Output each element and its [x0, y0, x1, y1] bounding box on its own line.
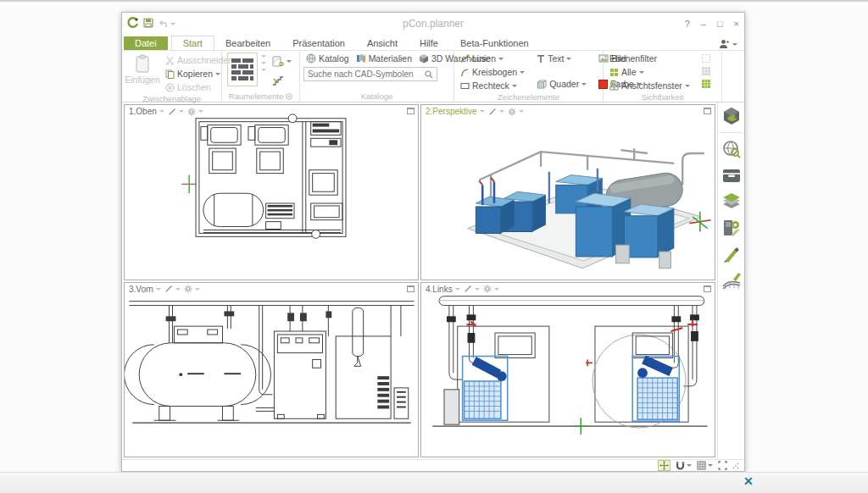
viewport-front-rendermode-menu[interactable]	[164, 285, 181, 293]
catalog-button[interactable]: Katalog	[303, 53, 352, 64]
maximize-button[interactable]: □	[717, 19, 723, 29]
save-button[interactable]	[143, 16, 153, 31]
minimize-button[interactable]: –	[701, 19, 706, 29]
rectangle-button[interactable]: Rechteck	[458, 80, 527, 91]
user-account-button[interactable]	[719, 39, 737, 49]
tab-start[interactable]: Start	[171, 36, 214, 50]
help-button[interactable]: ?	[685, 19, 690, 29]
close-button[interactable]: ×	[734, 19, 739, 29]
group-label-raumelemente: Raumelemente	[225, 91, 296, 102]
delete-label: Löschen	[177, 82, 211, 92]
fullscreen-button[interactable]	[718, 461, 727, 470]
viewport-top-rendermode-menu[interactable]	[168, 108, 184, 116]
resize-grip[interactable]	[732, 463, 739, 469]
tab-ansicht[interactable]: Ansicht	[356, 36, 409, 50]
wall-tool-button[interactable]	[227, 53, 258, 86]
tab-bearbeiten[interactable]: Bearbeiten	[214, 36, 281, 50]
viewport-left-maximize-button[interactable]	[704, 285, 711, 292]
tab-praesentation[interactable]: Präsentation	[281, 36, 356, 50]
stairs-tool-button[interactable]	[270, 75, 294, 86]
bottom-overlay-bar	[0, 472, 868, 493]
group-label-zwischenablage: Zwischenablage	[125, 93, 218, 104]
wall-bricks-icon	[230, 55, 255, 84]
viewport-top-settings-menu[interactable]	[187, 108, 203, 116]
undo-button[interactable]	[159, 19, 175, 28]
viewport-left-settings-menu[interactable]	[483, 285, 499, 293]
overlay-close-button[interactable]: ✕	[743, 474, 754, 488]
pcon-planner-window: pCon.planner ? – □ × Datei Start Bearbei…	[121, 12, 745, 472]
show-all-button[interactable]: Alle	[607, 66, 693, 78]
left-view-drawing	[421, 283, 715, 457]
all-layers-icon	[609, 68, 619, 77]
viewport-left-view-menu[interactable]: 4.Links	[426, 285, 460, 294]
ribbon-tabs: Datei Start Bearbeiten Präsentation Ansi…	[122, 35, 744, 50]
wall-dropdown-3-icon[interactable]	[261, 69, 266, 71]
show-all-dropdown-icon	[639, 71, 644, 74]
catalog-search-button[interactable]	[721, 139, 743, 159]
line-icon	[460, 54, 470, 63]
grid-dimmed-icon[interactable]	[701, 66, 711, 76]
door-dropdown-icon	[287, 60, 292, 63]
model-edit-tools-button[interactable]	[721, 106, 743, 126]
viewport-front-settings-menu[interactable]	[184, 285, 200, 293]
hide-selection-icon[interactable]	[701, 53, 711, 64]
viewport-perspective-view-menu[interactable]: 2.Perspektive	[426, 107, 485, 116]
pen-tool-button[interactable]	[721, 244, 743, 264]
materials-button[interactable]: Materialien	[353, 53, 415, 64]
lines-button[interactable]: Linien	[458, 53, 527, 64]
perspective-drawing	[421, 105, 715, 280]
layer-filter-button[interactable]: Ebenenfilter	[607, 53, 693, 64]
tab-hilfe[interactable]: Hilfe	[409, 36, 449, 50]
tab-datei[interactable]: Datei	[124, 36, 168, 50]
viewport-top-label: 1.Oben	[129, 107, 157, 116]
viewport-top[interactable]: 1.Oben	[124, 104, 419, 280]
viewport-front[interactable]: 3.Vorn	[124, 282, 419, 458]
pen-icon	[168, 108, 176, 116]
cad-symbol-searchbox[interactable]	[303, 67, 437, 81]
group-sichtbarkeit: Ebenenfilter Alle Ansichtsfenster	[604, 51, 722, 102]
cad-symbol-search-input[interactable]	[308, 69, 425, 79]
group-raumelemente: Raumelemente	[222, 51, 300, 102]
viewport-left[interactable]: 4.Links	[420, 282, 715, 458]
pan-mode-button[interactable]	[658, 460, 670, 471]
viewport-left-label: 4.Links	[426, 285, 453, 294]
undo-dropdown-icon[interactable]	[170, 23, 175, 25]
viewport-perspective-rendermode-menu[interactable]	[488, 108, 504, 116]
wall-dropdown-1-icon[interactable]	[261, 55, 266, 58]
gear-icon	[508, 108, 516, 116]
viewport-left-rendermode-menu[interactable]	[464, 285, 480, 293]
rectangle-dropdown-icon	[512, 85, 517, 87]
catalog-label: Katalog	[319, 53, 349, 64]
viewport-perspective-settings-menu[interactable]	[508, 108, 524, 116]
arc-button[interactable]: Kreisbogen	[458, 66, 527, 78]
paste-button[interactable]: Einfügen	[125, 53, 159, 86]
arc-icon	[460, 68, 470, 76]
layers-button[interactable]	[721, 191, 743, 212]
terrain-edit-button[interactable]	[721, 270, 743, 291]
viewport-grid: 1.Oben	[122, 102, 717, 459]
box-button[interactable]: Quader	[534, 78, 589, 90]
tab-beta-funktionen[interactable]: Beta-Funktionen	[449, 36, 540, 50]
material-editor-button[interactable]	[721, 218, 743, 238]
text-button[interactable]: Text	[534, 53, 589, 64]
viewport-front-view-menu[interactable]: 3.Vorn	[129, 285, 161, 294]
viewports-button[interactable]: Ansichtsfenster	[607, 80, 693, 91]
viewport-perspective-maximize-button[interactable]	[704, 108, 711, 114]
viewport-perspective[interactable]: 2.Perspektive	[420, 104, 715, 280]
door-icon	[272, 56, 284, 67]
viewport-top-view-menu[interactable]: 1.Oben	[129, 107, 164, 116]
grid-settings-button[interactable]	[697, 461, 713, 470]
snap-dropdown-icon	[687, 464, 692, 467]
door-tool-button[interactable]	[270, 55, 294, 68]
viewport-top-maximize-button[interactable]	[407, 108, 415, 114]
viewport-front-label: 3.Vorn	[129, 285, 153, 294]
snap-settings-button[interactable]	[676, 461, 692, 470]
media-browser-button[interactable]	[721, 165, 743, 186]
warehouse-box-icon	[419, 53, 429, 64]
raumelemente-dialog-launcher-icon[interactable]	[286, 93, 292, 100]
layer-filter-label: Ebenenfilter	[609, 53, 657, 64]
wall-dropdown-2-icon[interactable]	[261, 62, 266, 64]
grid-active-icon[interactable]	[701, 79, 711, 89]
search-icon[interactable]	[425, 70, 433, 79]
viewport-front-maximize-button[interactable]	[407, 285, 415, 292]
